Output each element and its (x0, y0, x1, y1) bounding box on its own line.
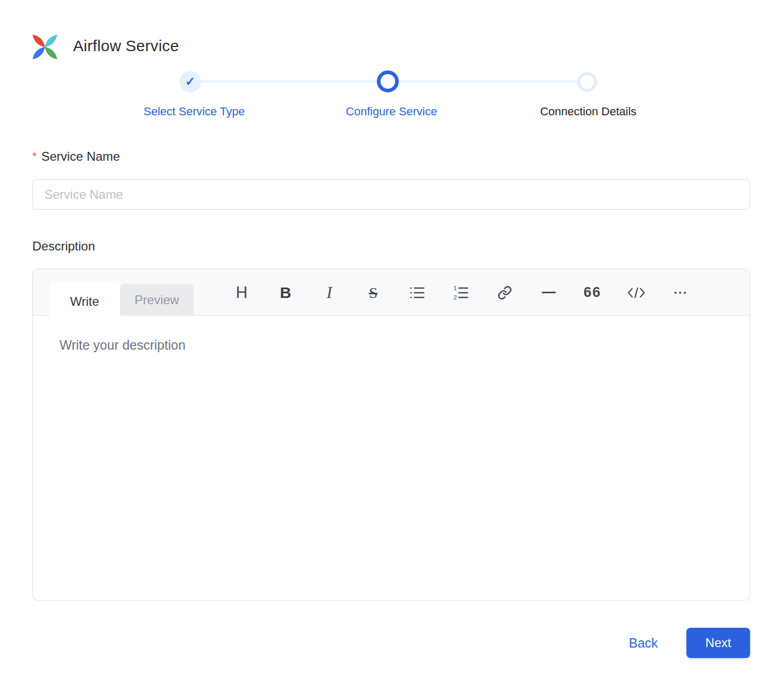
svg-text:2: 2 (454, 294, 457, 301)
strikethrough-button[interactable]: S (362, 280, 385, 306)
check-icon: ✓ (185, 76, 195, 88)
service-name-label: *Service Name (32, 149, 120, 164)
step-label-configure-service: Configure Service (346, 105, 437, 118)
service-name-label-text: Service Name (41, 149, 120, 163)
step-indicator-select-service-type: ✓ (180, 71, 201, 92)
horizontal-rule-icon (542, 292, 556, 293)
heading-icon: H (236, 283, 247, 302)
next-button[interactable]: Next (686, 628, 750, 658)
italic-icon: I (327, 283, 332, 302)
more-options-button[interactable] (669, 280, 692, 306)
tab-write[interactable]: Write (49, 282, 120, 320)
quote-button[interactable]: 66 (581, 280, 604, 306)
unordered-list-icon (409, 285, 425, 301)
code-button[interactable] (625, 280, 648, 306)
unordered-list-button[interactable] (406, 280, 429, 306)
italic-button[interactable]: I (318, 280, 341, 306)
airflow-logo-icon (30, 32, 60, 62)
bold-icon: B (280, 284, 291, 302)
editor-toolbar: H B I S (230, 269, 692, 316)
strikethrough-icon: S (369, 284, 378, 302)
step-indicator-configure-service (377, 70, 399, 92)
heading-button[interactable]: H (230, 280, 253, 306)
step-label-connection-details: Connection Details (540, 105, 637, 118)
step-indicator-connection-details (577, 72, 597, 92)
horizontal-rule-button[interactable] (537, 280, 560, 306)
bold-button[interactable]: B (274, 280, 297, 306)
svg-text:1: 1 (454, 285, 457, 291)
quote-icon: 66 (584, 284, 601, 301)
ordered-list-icon: 1 2 (453, 285, 469, 301)
tab-preview[interactable]: Preview (120, 284, 194, 316)
description-placeholder: Write your description (60, 338, 185, 353)
ordered-list-button[interactable]: 1 2 (449, 280, 472, 306)
service-name-input[interactable] (32, 179, 750, 210)
code-icon (627, 286, 646, 300)
more-options-icon (673, 291, 687, 295)
required-asterisk: * (32, 150, 37, 162)
back-button[interactable]: Back (613, 629, 673, 656)
editor-toolbar-header: Write Preview H B I S (33, 269, 750, 316)
link-button[interactable] (493, 280, 516, 306)
page-title: Airflow Service (73, 37, 179, 55)
step-label-select-service-type: Select Service Type (144, 105, 245, 118)
description-textarea[interactable]: Write your description (33, 316, 750, 600)
link-icon (497, 285, 512, 300)
description-markdown-editor: Write Preview H B I S (32, 269, 750, 600)
description-label: Description (32, 239, 95, 254)
airflow-service-wizard: Airflow Service ✓ Select Service Type Co… (0, 0, 784, 693)
